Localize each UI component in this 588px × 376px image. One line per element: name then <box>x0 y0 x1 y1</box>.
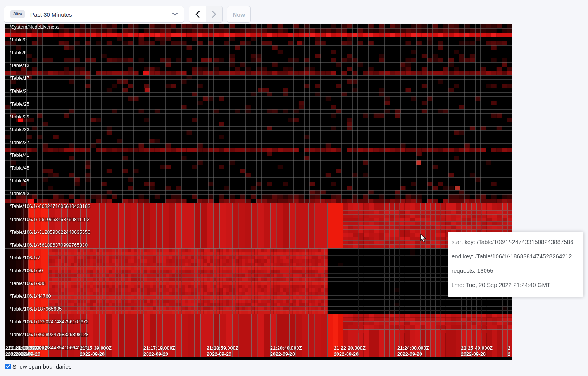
key-visualizer-page: 30m Past 30 Minutes Now /System/NodeLive… <box>0 0 588 376</box>
span-tooltip: start key: /Table/106/1/-247433150824388… <box>448 232 583 297</box>
now-button[interactable]: Now <box>227 6 251 23</box>
time-range-label: Past 30 Minutes <box>30 11 72 18</box>
show-span-boundaries-label[interactable]: Show span boundaries <box>12 363 72 370</box>
time-range-badge: 30m <box>10 10 25 18</box>
tooltip-time: time: Tue, 20 Sep 2022 21:24:40 GMT <box>452 280 579 289</box>
keyvis-heatmap-canvas[interactable] <box>5 24 512 360</box>
time-range-dropdown[interactable]: 30m Past 30 Minutes <box>4 6 184 23</box>
chevron-right-icon <box>212 11 216 18</box>
tooltip-end-key: end key: /Table/106/1/-18683814745282642… <box>452 252 579 261</box>
keyvis-map: /System/NodeLiveness/Table/0/Table/6/Tab… <box>5 24 512 360</box>
now-button-label: Now <box>233 11 245 18</box>
next-time-button[interactable] <box>206 6 223 22</box>
prev-time-button[interactable] <box>189 6 206 22</box>
span-boundaries-row: Show span boundaries <box>5 363 72 370</box>
tooltip-requests: requests: 13055 <box>452 266 579 275</box>
show-span-boundaries-checkbox[interactable] <box>5 364 11 369</box>
time-nav-group <box>189 6 223 23</box>
chevron-down-icon <box>172 13 178 16</box>
tooltip-start-key: start key: /Table/106/1/-247433150824388… <box>452 237 579 246</box>
chevron-left-icon <box>195 11 200 18</box>
